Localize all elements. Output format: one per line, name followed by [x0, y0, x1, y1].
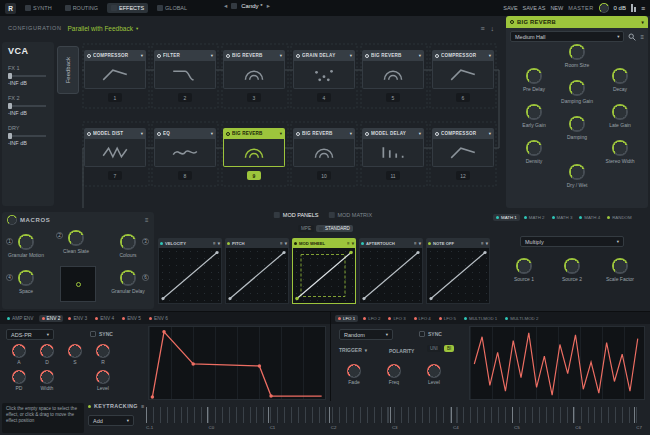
tab-lfo-3[interactable]: LFO 3 — [385, 315, 408, 322]
mod-wheel-curve-graph[interactable] — [292, 248, 356, 304]
knob-room-size[interactable]: Room Size — [555, 44, 599, 68]
new-button[interactable]: NEW — [550, 5, 563, 11]
tab-lfo-5[interactable]: LFO 5 — [436, 315, 459, 322]
knob-lfo-level[interactable]: Level — [420, 364, 448, 385]
effect-slot-5[interactable]: BIG REVERB▾ 5 — [362, 50, 424, 102]
preset-menu-icon[interactable]: ≡ — [640, 34, 644, 40]
mod-source-pitch[interactable]: PITCH≡▾ — [225, 238, 289, 306]
power-icon[interactable] — [435, 54, 439, 58]
effect-slot-2[interactable]: FILTER▾ 2 — [154, 50, 216, 102]
effect-slot-1[interactable]: COMPRESSOR▾ 1 — [84, 50, 146, 102]
tab-env-2[interactable]: ENV 2 — [39, 315, 64, 322]
knob-source-1[interactable]: Source 1 — [500, 258, 548, 282]
math-operation-select[interactable]: Multiply▾ — [520, 236, 624, 247]
tab-multi-mod-1[interactable]: MULTI-MOD 1 — [461, 315, 500, 322]
tab-multi-mod-2[interactable]: MULTI-MOD 2 — [502, 315, 541, 322]
chevron-down-icon[interactable]: ▾ — [489, 53, 491, 58]
power-icon[interactable] — [87, 132, 91, 136]
app-logo[interactable]: R — [5, 3, 16, 14]
tab-lfo-4[interactable]: LFO 4 — [411, 315, 434, 322]
fx1-level-slider[interactable] — [8, 75, 46, 77]
standard-toggle[interactable]: STANDARD — [316, 225, 353, 232]
knob-dry-wet[interactable]: Dry / Wet — [555, 164, 599, 188]
lfo-sync-toggle[interactable]: SYNC — [419, 331, 442, 337]
tab-effects[interactable]: EFFECTS — [107, 3, 148, 13]
sliders-icon[interactable]: ≡ — [280, 241, 283, 246]
sliders-icon[interactable]: ≡ — [414, 241, 417, 246]
chevron-down-icon[interactable]: ▾ — [280, 53, 282, 58]
sliders-icon[interactable]: ≡ — [481, 241, 484, 246]
effect-slot-10[interactable]: BIG REVERB▾ 10 — [293, 128, 355, 180]
chevron-down-icon[interactable]: ▾ — [211, 53, 213, 58]
save-as-button[interactable]: SAVE AS — [523, 5, 546, 11]
export-icon[interactable]: ↓ — [491, 25, 495, 32]
dry-level-slider[interactable] — [8, 135, 46, 137]
env-sync-toggle[interactable]: SYNC — [90, 331, 113, 337]
knob-width[interactable]: Width — [33, 370, 61, 391]
effect-slot-8[interactable]: EQ▾ 8 — [154, 128, 216, 180]
knob-sustain[interactable]: S — [61, 344, 89, 365]
tab-mod-matrix[interactable]: MOD MATRIX — [328, 212, 372, 218]
knob-freq[interactable]: Freq — [380, 364, 408, 385]
reverb-preset-select[interactable]: Medium Hall▾ — [510, 31, 624, 42]
tab-lfo-1[interactable]: LFO 1 — [335, 315, 358, 322]
knob-decay-env[interactable]: D — [33, 344, 61, 365]
polarity-bi-button[interactable]: BI — [444, 345, 454, 352]
tab-amp-env[interactable]: AMP ENV — [4, 315, 37, 322]
tab-mod-panels[interactable]: MOD PANELS — [274, 212, 319, 218]
envelope-graph[interactable] — [148, 326, 326, 400]
macros-settings-icon[interactable]: ≡ — [145, 217, 149, 223]
knob-pre-delay[interactable]: Pre Delay — [512, 68, 556, 92]
knob-damping[interactable]: Damping — [555, 116, 599, 140]
power-icon[interactable] — [226, 132, 230, 136]
chevron-down-icon[interactable]: ▾ — [419, 241, 421, 246]
save-button[interactable]: SAVE — [503, 5, 517, 11]
note-off-curve-graph[interactable] — [426, 248, 490, 304]
menu-icon[interactable]: ≡ — [641, 5, 645, 12]
preset-next-button[interactable]: ▸ — [267, 2, 270, 10]
knob-attack[interactable]: A — [5, 344, 33, 365]
chevron-down-icon[interactable]: ▾ — [285, 241, 287, 246]
keytracking-ruler[interactable] — [146, 407, 642, 423]
lfo-trigger-select[interactable]: TRIGGER▾ — [339, 347, 367, 353]
tab-math-1[interactable]: MATH 1 — [493, 214, 520, 221]
tab-math-3[interactable]: MATH 3 — [549, 214, 576, 221]
chevron-down-icon[interactable]: ▾ — [350, 131, 352, 136]
tab-routing[interactable]: ROUTING — [61, 3, 102, 13]
tab-synth[interactable]: SYNTH — [21, 3, 56, 13]
mod-source-velocity[interactable]: VELOCITY≡▾ — [158, 238, 222, 306]
chevron-down-icon[interactable]: ▾ — [419, 53, 421, 58]
knob-env-level[interactable]: Level — [89, 370, 117, 391]
chevron-down-icon[interactable]: ▾ — [352, 241, 354, 246]
chevron-down-icon[interactable]: ▾ — [419, 131, 421, 136]
effect-slot-12[interactable]: COMPRESSOR▾ 12 — [432, 128, 494, 180]
mpe-toggle[interactable]: MPE — [298, 225, 314, 232]
knob-early-gain[interactable]: Early Gain — [512, 104, 556, 128]
aftertouch-curve-graph[interactable] — [359, 248, 423, 304]
chevron-down-icon[interactable]: ▾ — [489, 131, 491, 136]
chevron-down-icon[interactable]: ▾ — [486, 241, 488, 246]
tab-math-4[interactable]: MATH 4 — [576, 214, 603, 221]
lfo-waveform-graph[interactable] — [469, 326, 645, 400]
knob-decay[interactable]: Decay — [598, 68, 642, 92]
knob-release[interactable]: R — [89, 344, 117, 365]
effect-slot-4[interactable]: GRAIN DELAY▾ 4 — [293, 50, 355, 102]
power-icon[interactable] — [510, 20, 514, 24]
effect-slot-6[interactable]: COMPRESSOR▾ 6 — [432, 50, 494, 102]
mod-source-note-off[interactable]: NOTE OFF≡▾ — [426, 238, 490, 306]
knob-source-2[interactable]: Source 2 — [548, 258, 596, 282]
tab-env-3[interactable]: ENV 3 — [65, 315, 90, 322]
knob-scale-factor[interactable]: Scale Factor — [596, 258, 644, 282]
chevron-down-icon[interactable]: ▾ — [280, 131, 282, 136]
copy-icon[interactable]: ≡ — [480, 25, 484, 32]
keytracking-add-select[interactable]: Add▾ — [88, 415, 134, 426]
preset-browser-icon[interactable] — [231, 3, 237, 9]
velocity-curve-graph[interactable] — [158, 248, 222, 304]
sliders-icon[interactable]: ≡ — [213, 241, 216, 246]
chevron-down-icon[interactable]: ▾ — [211, 131, 213, 136]
feedback-button[interactable]: Feedback — [57, 46, 79, 94]
power-icon[interactable] — [87, 54, 91, 58]
chevron-down-icon[interactable]: ▾ — [218, 241, 220, 246]
power-icon[interactable] — [365, 132, 369, 136]
master-knob[interactable] — [599, 3, 609, 13]
